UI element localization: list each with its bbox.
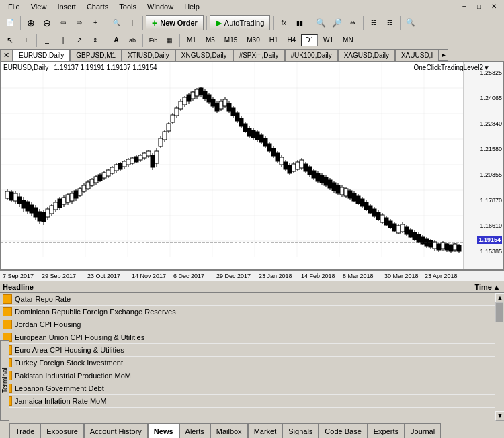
bottom-tab-market[interactable]: Market [248, 423, 283, 438]
sep1 [20, 16, 21, 30]
bottom-tab-account-history[interactable]: Account History [84, 423, 148, 438]
svg-rect-158 [288, 165, 292, 173]
zoom-in-btn[interactable]: ⊕ [24, 15, 38, 30]
bottom-tab-news[interactable]: News [148, 423, 179, 438]
autotrading-button[interactable]: ▶ AutoTrading [210, 15, 271, 30]
crosshair2-btn[interactable]: + [19, 33, 34, 48]
news-item[interactable]: European Union CPI Housing & Utilities [0, 331, 495, 344]
chart-tab-4[interactable]: #SPXm,Daily [233, 49, 285, 61]
zoom-out-btn[interactable]: ⊖ [40, 15, 54, 30]
scroll-right-btn[interactable]: ⇨ [72, 15, 87, 30]
menu-view[interactable]: View [26, 1, 52, 12]
period-sep-btn[interactable]: | [125, 15, 140, 30]
hline-btn[interactable]: ⎯ [40, 33, 54, 48]
news-item[interactable]: Dominican Republic Foreign Exchange Rese… [0, 306, 495, 318]
tf-m1[interactable]: M1 [183, 34, 200, 46]
svg-rect-188 [348, 191, 352, 198]
fib-btn[interactable]: Fib [146, 33, 161, 48]
new-chart-btn[interactable]: 📄 [3, 15, 17, 30]
news-item[interactable]: Qatar Repo Rate [0, 293, 495, 306]
svg-rect-128 [227, 103, 231, 111]
menu-window[interactable]: Window [142, 1, 179, 12]
chart-tab-7[interactable]: XAUUSD,I [395, 49, 439, 61]
label-btn[interactable]: ab [125, 33, 140, 48]
svg-rect-40 [50, 206, 54, 214]
chart-tab-x[interactable]: ✕ [0, 49, 13, 61]
svg-rect-64 [98, 175, 102, 181]
menu-file[interactable]: File [3, 1, 26, 12]
zoom-out2-btn[interactable]: 🔍 [313, 15, 328, 30]
crosshair-btn[interactable]: + [88, 15, 103, 30]
tf-h4[interactable]: H4 [284, 34, 300, 46]
tf-d1[interactable]: D1 [301, 34, 318, 46]
chart-tab-0[interactable]: EURUSD,Daily [13, 49, 70, 61]
scrollbar-thumb[interactable] [495, 302, 503, 322]
profile-btn[interactable]: ☶ [382, 15, 397, 30]
menu-help[interactable]: Help [179, 1, 205, 12]
bottom-tab-signals[interactable]: Signals [282, 423, 319, 438]
tf-h1[interactable]: H1 [265, 34, 282, 46]
scrollbar-up-btn[interactable]: ▲ [495, 293, 504, 302]
menu-insert[interactable]: Insert [52, 1, 81, 12]
svg-rect-136 [243, 124, 247, 132]
news-item[interactable]: Euro Area CPI Housing & Utilities [0, 344, 495, 357]
news-item[interactable]: Pakistan Industrial Production MoM [0, 369, 495, 382]
tf-m30[interactable]: M30 [243, 34, 263, 46]
chart-tab-6[interactable]: XAGUSD,Daily [338, 49, 395, 61]
news-item[interactable]: Turkey Foreign Stock Investment [0, 357, 495, 369]
tab-scroll-right[interactable]: ► [439, 49, 448, 61]
chart-tab-3[interactable]: XNGUSD,Daily [175, 49, 233, 61]
chart-type-btn[interactable]: ▮▮ [292, 15, 307, 30]
terminal-label[interactable]: Terminal [0, 340, 9, 421]
news-item[interactable]: Lebanon Government Debt [0, 382, 495, 395]
svg-rect-122 [215, 103, 219, 111]
channel-btn[interactable]: ⇕ [88, 33, 103, 48]
tf-mn[interactable]: MN [339, 34, 358, 46]
bottom-tab-experts[interactable]: Experts [368, 423, 405, 438]
time-label-1: 29 Sep 2017 [42, 273, 76, 279]
scrollbar-down-btn[interactable]: ▼ [495, 411, 504, 421]
search-btn[interactable]: 🔍 [403, 15, 418, 30]
chart-area[interactable]: EURUSD,Daily 1.19137 1.19191 1.19137 1.1… [0, 62, 504, 270]
tf-m5[interactable]: M5 [202, 34, 219, 46]
menu-tools[interactable]: Tools [114, 1, 142, 12]
news-scroll-up[interactable]: ▲ [492, 283, 501, 291]
bottom-tab-alerts[interactable]: Alerts [179, 423, 210, 438]
news-item-text: Dominican Republic Foreign Exchange Rese… [15, 308, 492, 316]
news-item[interactable]: Jordan CPI Housing [0, 318, 495, 331]
bottom-tab-trade[interactable]: Trade [9, 423, 40, 438]
chart-scroll-btn[interactable]: ⇔ [345, 15, 360, 30]
svg-rect-194 [360, 199, 364, 206]
tf-w1[interactable]: W1 [319, 34, 337, 46]
close-btn[interactable]: ✕ [487, 0, 501, 14]
bottom-tab-exposure[interactable]: Exposure [40, 423, 83, 438]
news-scroll-area[interactable]: Qatar Repo Rate Dominican Republic Forei… [0, 293, 495, 421]
news-scrollbar[interactable]: ▲ ▼ [495, 293, 504, 421]
chart-tab-2[interactable]: XTIUSD,Daily [122, 49, 175, 61]
tf-m15[interactable]: M15 [220, 34, 241, 46]
new-order-button[interactable]: + New Order [146, 15, 204, 30]
svg-rect-104 [179, 101, 183, 109]
svg-rect-240 [453, 244, 457, 250]
svg-rect-218 [409, 230, 413, 237]
templates-btn[interactable]: ☵ [366, 15, 381, 30]
svg-rect-130 [231, 108, 235, 116]
chart-tab-1[interactable]: GBPUSD,M1 [70, 49, 122, 61]
minimize-btn[interactable]: − [457, 0, 472, 14]
scroll-left-btn[interactable]: ⇦ [56, 15, 71, 30]
cursor-btn[interactable]: ↖ [3, 33, 17, 48]
text-btn[interactable]: A [109, 33, 124, 48]
bottom-tab-mailbox[interactable]: Mailbox [210, 423, 248, 438]
trendline-btn[interactable]: ↗ [72, 33, 87, 48]
zoom-tool-btn[interactable]: 🔍 [109, 15, 124, 30]
bottom-tab-code-base[interactable]: Code Base [319, 423, 367, 438]
vline-btn[interactable]: | [56, 33, 71, 48]
maximize-btn[interactable]: □ [472, 0, 487, 14]
chart-tab-5[interactable]: #UK100,Daily [285, 49, 338, 61]
zoom-in2-btn[interactable]: 🔎 [329, 15, 344, 30]
news-item[interactable]: Jamaica Inflation Rate MoM [0, 395, 495, 408]
indicators-btn[interactable]: fx [276, 15, 291, 30]
bottom-tab-journal[interactable]: Journal [405, 423, 441, 438]
gann-btn[interactable]: ▦ [162, 33, 177, 48]
menu-charts[interactable]: Charts [81, 1, 114, 12]
